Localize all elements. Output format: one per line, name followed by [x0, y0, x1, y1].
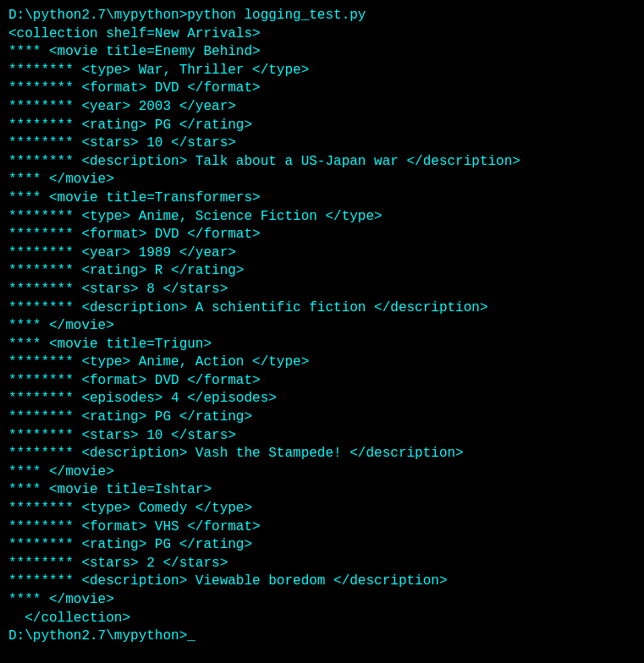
- terminal-line: D:\python2.7\mypython>_: [8, 627, 636, 646]
- terminal-window: D:\python2.7\mypython>python logging_tes…: [8, 7, 636, 646]
- terminal-line: ******** <format> DVD </format>: [8, 79, 636, 98]
- terminal-line: ******** <format> DVD </format>: [8, 226, 636, 244]
- terminal-line: **** <movie title=Transformers>: [8, 189, 636, 208]
- terminal-line: <collection shelf=New Arrivals>: [8, 25, 636, 44]
- terminal-line: **** <movie title=Enemy Behind>: [8, 43, 636, 62]
- terminal-line: **** </movie>: [8, 317, 636, 336]
- terminal-line: ******** <type> Comedy </type>: [8, 500, 636, 518]
- terminal-line: **** </movie>: [8, 171, 636, 189]
- terminal-line: ******** <stars> 8 </stars>: [8, 281, 636, 299]
- terminal-line: ******** <stars> 10 </stars>: [8, 427, 636, 446]
- terminal-line: ******** <stars> 2 </stars>: [8, 555, 636, 573]
- terminal-line: ******** <description> Talk about a US-J…: [8, 153, 636, 172]
- terminal-line: **** <movie title=Trigun>: [8, 336, 636, 354]
- terminal-line: ******** <description> Vash the Stampede…: [8, 445, 636, 463]
- terminal-line: D:\python2.7\mypython>python logging_tes…: [8, 7, 636, 25]
- terminal-line: ******** <type> Anime, Science Fiction <…: [8, 208, 636, 227]
- terminal-line: **** </movie>: [8, 591, 636, 610]
- terminal-line: ******** <rating> PG </rating>: [8, 536, 636, 555]
- terminal-line: **** </movie>: [8, 463, 636, 482]
- terminal-line: ******** <format> DVD </format>: [8, 372, 636, 391]
- terminal-line: **** <movie title=Ishtar>: [8, 481, 636, 500]
- terminal-line: ******** <description> A schientific fic…: [8, 299, 636, 318]
- terminal-line: ******** <episodes> 4 </episodes>: [8, 390, 636, 408]
- terminal-line: ******** <rating> PG </rating>: [8, 408, 636, 427]
- terminal-line: ******** <type> Anime, Action </type>: [8, 353, 636, 372]
- terminal-line: ******** <year> 2003 </year>: [8, 98, 636, 117]
- terminal-line: ******** <format> VHS </format>: [8, 518, 636, 537]
- terminal-line: </collection>: [8, 610, 636, 628]
- terminal-line: ******** <rating> R </rating>: [8, 262, 636, 281]
- terminal-line: ******** <rating> PG </rating>: [8, 117, 636, 135]
- terminal-line: ******** <year> 1989 </year>: [8, 244, 636, 263]
- terminal-line: ******** <type> War, Thriller </type>: [8, 62, 636, 80]
- terminal-line: ******** <description> Viewable boredom …: [8, 573, 636, 591]
- terminal-line: ******** <stars> 10 </stars>: [8, 134, 636, 153]
